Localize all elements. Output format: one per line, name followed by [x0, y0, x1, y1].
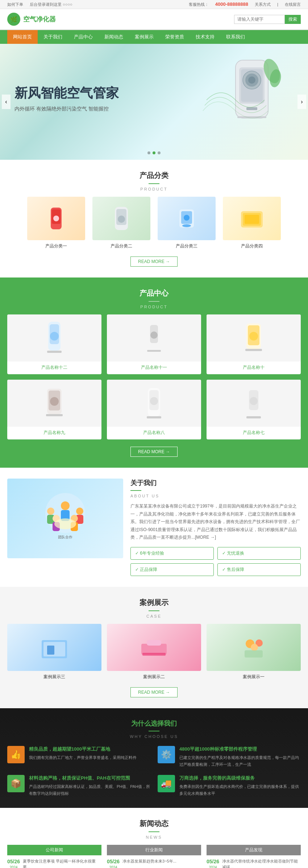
categories-title-block: 产品分类 PRODUCT [7, 171, 301, 191]
svg-point-58 [54, 518, 76, 529]
about-image: 团队合作 [7, 479, 123, 558]
why-item-title-2: 4800平超1000种标准零部件程序管理 [179, 746, 301, 752]
why-icon-4: 🚚 [158, 775, 175, 792]
about-badges: ✓ 6年专业经验 ✓ 无忧退换 ✓ 正品保障 ✓ 售后保障 [130, 547, 301, 576]
news-date-2-1: 05/26 2024 [107, 858, 120, 868]
case-label-2: 案例展示二 [107, 674, 201, 680]
cat-img-3 [158, 197, 216, 240]
case-img-2 [107, 624, 201, 671]
search-input[interactable] [234, 15, 285, 24]
why-text-1: 精良品质，超越期望1000平米工厂基地 我们拥有完善的工厂地方，声誉业界享誉盛名… [29, 746, 137, 761]
news-year-1-1: 2024 [9, 865, 17, 868]
category-item-2[interactable]: 产品分类二 [92, 197, 150, 249]
svg-rect-65 [147, 640, 161, 646]
svg-rect-42 [147, 416, 161, 418]
why-item-3: 📦 材料选购严格，材质保证PH值、PAH在可控范围 产品选材均经过国家高标准认证… [7, 775, 150, 797]
category-item-3[interactable]: 产品分类三 [158, 197, 216, 249]
news-item-1-1[interactable]: 05/26 2024 夏季饮食注意事项 早起喝一杯净化水很重要... [7, 858, 101, 868]
about-sub: ABOUT US [130, 494, 301, 498]
nav-item-cases[interactable]: 案例展示 [129, 30, 159, 44]
cases-read-more[interactable]: READ MORE → [130, 687, 178, 697]
categories-title: 产品分类 [7, 171, 301, 180]
news-item-2-1[interactable]: 05/26 2024 净水器发展新趋势未来3~5年... [107, 858, 201, 868]
svg-rect-64 [142, 653, 166, 656]
nav-item-home[interactable]: 网站首页 [7, 30, 38, 44]
cat-label-3: 产品分类三 [158, 243, 216, 249]
hero-dot-2[interactable] [153, 151, 155, 154]
nav-item-products[interactable]: 产品中心 [68, 30, 99, 44]
about-badge-genuine[interactable]: ✓ 正品保障 [130, 563, 214, 576]
case-item-3[interactable]: 案例展示三 [7, 624, 101, 680]
case-item-2[interactable]: 案例展示二 [107, 624, 201, 680]
hero-banner: ‹ 新风智能空气管家 内外循环 有效隔绝外部污染空气 智能握控 › [0, 44, 308, 160]
why-item-4: 🚚 万商选择，服务完善的高级维保服务 免费承担因生产损坏造成的水商代价，已建立完… [158, 775, 301, 797]
svg-rect-38 [46, 414, 63, 416]
why-icon-1: 👍 [7, 746, 25, 763]
topbar-message[interactable]: 在线留言 [285, 2, 301, 7]
about-badge-exchange[interactable]: ✓ 无忧退换 [217, 547, 301, 560]
category-item-1[interactable]: 产品分类一 [27, 197, 85, 249]
news-col-3: 产品发现 05/26 2024 净水器代替传统净水处理净水能否做到节能减碳...… [207, 845, 301, 868]
product-name-11: 产品名称十一 [107, 364, 201, 371]
product-card-12[interactable]: 产品名称十二 [7, 314, 101, 374]
navigation: 网站首页 关于我们 产品中心 新闻动态 案例展示 荣誉资质 技术支持 联系我们 [0, 30, 308, 44]
product-card-8[interactable]: 产品名称八 [107, 380, 201, 439]
cases-title: 案例展示 [7, 598, 301, 608]
why-item-desc-1: 我们拥有完善的工厂地方，声誉业界享誉盛名，采用纯正料件 [29, 754, 137, 761]
product-card-10[interactable]: 产品名称十 [207, 314, 301, 374]
search-button[interactable]: 搜索 [285, 15, 301, 24]
product-center-section: 产品中心 PRODUCT 产品名称十二 产品名称十一 产品名称十 产 [0, 277, 308, 468]
about-badge-service[interactable]: ✓ 售后保障 [217, 563, 301, 576]
why-item-1: 👍 精良品质，超越期望1000平米工厂基地 我们拥有完善的工厂地方，声誉业界享誉… [7, 746, 150, 768]
search-box: 搜索 [234, 15, 301, 24]
why-item-title-3: 材料选购严格，材质保证PH值、PAH在可控范围 [29, 775, 150, 781]
hero-dot-3[interactable] [158, 151, 161, 154]
svg-point-45 [250, 397, 258, 405]
svg-point-18 [184, 215, 190, 221]
hero-next-button[interactable]: › [297, 95, 306, 109]
case-item-1[interactable]: 案例展示一 [207, 624, 301, 680]
why-title-block: 为什么选择我们 WHY CHOOSE US [7, 719, 301, 739]
why-text-2: 4800平超1000种标准零部件程序管理 已建立完善的生产程序及对各规格净水器的… [179, 746, 301, 768]
logo[interactable]: 🌿 空气净化器 [7, 13, 56, 26]
category-item-4[interactable]: 产品分类四 [223, 197, 281, 249]
news-day-2-1: 05/26 [107, 858, 120, 865]
svg-point-25 [50, 332, 59, 341]
about-badge-experience[interactable]: ✓ 6年专业经验 [130, 547, 214, 560]
svg-rect-69 [245, 650, 263, 658]
cat-img-2 [92, 197, 150, 240]
hero-dot-1[interactable] [147, 151, 150, 154]
case-label-1: 案例展示一 [207, 674, 301, 680]
cases-title-block: 案例展示 CASE [7, 598, 301, 618]
nav-item-about[interactable]: 关于我们 [38, 30, 68, 44]
nav-item-contact[interactable]: 联系我们 [220, 30, 251, 44]
why-section: 为什么选择我们 WHY CHOOSE US 👍 精良品质，超越期望1000平米工… [0, 708, 308, 808]
nav-item-tech[interactable]: 技术支持 [190, 30, 220, 44]
topbar-order-text: 如何下单 [7, 2, 23, 7]
about-team-svg: 团队合作 [29, 491, 101, 546]
topbar-login-text[interactable]: 后台登录请到这里 ○○○○ [30, 2, 72, 7]
svg-point-12 [53, 216, 59, 221]
product-card-7[interactable]: 产品名称七 [207, 380, 301, 439]
why-item-desc-2: 已建立完善的生产程序及对各规格净水器的质量规范，每一款产品均过严格质量检测，工序… [179, 754, 301, 768]
product-card-9[interactable]: 产品名称九 [7, 380, 101, 439]
why-item-title-1: 精良品质，超越期望1000平米工厂基地 [29, 746, 137, 752]
news-day-3-1: 05/26 [207, 858, 219, 865]
categories-read-more[interactable]: READ MORE → [130, 256, 178, 267]
header-right: 搜索 [234, 15, 301, 24]
topbar-right: 客服热线： 4000-88888888 关系方式 | 在线留言 [183, 1, 301, 7]
news-item-3-1[interactable]: 05/26 2024 净水器代替传统净水处理净水能否做到节能减碳... [207, 858, 301, 868]
top-bar: 如何下单 后台登录请到这里 ○○○○ 客服热线： 4000-88888888 关… [0, 0, 308, 9]
svg-point-48 [61, 501, 70, 510]
product-card-11[interactable]: 产品名称十一 [107, 314, 201, 374]
svg-point-19 [182, 224, 191, 227]
hero-prev-button[interactable]: ‹ [2, 95, 11, 109]
news-day-1-1: 05/26 [7, 858, 20, 865]
topbar-divider: | [277, 2, 278, 7]
hero-dots [147, 151, 161, 154]
nav-item-news[interactable]: 新闻动态 [99, 30, 129, 44]
nav-item-honor[interactable]: 荣誉资质 [159, 30, 190, 44]
topbar-contact[interactable]: 关系方式 [255, 2, 271, 7]
product-read-more[interactable]: READ MORE → [130, 447, 178, 457]
hero-device-svg [199, 49, 294, 154]
